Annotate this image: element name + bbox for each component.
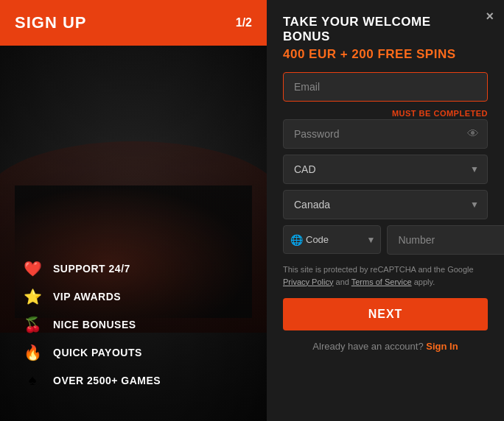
feature-support-label: SUPPORT 24/7 <box>53 263 130 275</box>
cherry-icon: 🍒 <box>22 316 43 333</box>
feature-vip: ⭐ VIP AWARDS <box>22 288 245 305</box>
country-field-group: Canada ▼ <box>283 190 488 219</box>
feature-support: ❤️ SUPPORT 24/7 <box>22 260 245 277</box>
currency-select-wrapper: CAD ▼ <box>283 155 488 184</box>
feature-games: ♠️ OVER 2500+ GAMES <box>22 372 245 389</box>
currency-select[interactable]: CAD <box>283 155 488 184</box>
fire-icon: 🔥 <box>22 344 43 361</box>
password-input[interactable] <box>283 119 488 149</box>
signup-title: SIGN UP <box>15 13 86 32</box>
recaptcha-text-part1: This site is protected by reCAPTCHA and … <box>283 265 474 274</box>
feature-games-label: OVER 2500+ GAMES <box>53 375 161 386</box>
close-button[interactable]: × <box>486 9 494 24</box>
step-indicator: 1/2 <box>236 16 252 29</box>
star-icon: ⭐ <box>22 288 43 305</box>
bonus-text: 400 EUR + 200 FREE SPINS <box>283 47 488 62</box>
country-select-wrapper: Canada ▼ <box>283 190 488 219</box>
feature-payouts-label: QUICK PAYOUTS <box>53 347 142 358</box>
country-select[interactable]: Canada <box>283 190 488 219</box>
already-account-text: Already have an account? <box>312 341 423 352</box>
left-panel: SIGN UP 1/2 ❤️ SUPPORT 24/7 ⭐ VIP AWARDS… <box>0 0 267 421</box>
feature-vip-label: VIP AWARDS <box>53 291 121 303</box>
privacy-policy-link[interactable]: Privacy Policy <box>283 277 333 286</box>
heart-icon: ❤️ <box>22 260 43 277</box>
recaptcha-notice: This site is protected by reCAPTCHA and … <box>283 263 488 288</box>
features-list: ❤️ SUPPORT 24/7 ⭐ VIP AWARDS 🍒 NICE BONU… <box>0 260 267 399</box>
already-account-row: Already have an account? Sign In <box>283 341 488 352</box>
terms-link[interactable]: Terms of Service <box>351 277 412 286</box>
right-panel: × TAKE YOUR WELCOME BONUS 400 EUR + 200 … <box>267 0 504 421</box>
welcome-title: TAKE YOUR WELCOME BONUS <box>283 15 488 44</box>
left-header: SIGN UP 1/2 <box>0 0 267 46</box>
feature-payouts: 🔥 QUICK PAYOUTS <box>22 344 245 361</box>
email-input[interactable] <box>283 72 488 102</box>
recaptcha-and: and <box>333 277 351 286</box>
email-error: MUST BE COMPLETED <box>283 109 488 118</box>
phone-row: 🌐 Code ▼ <box>283 225 488 255</box>
password-field-group: 👁 <box>283 119 488 149</box>
spade-icon: ♠️ <box>22 372 43 389</box>
next-button[interactable]: NEXT <box>283 298 488 330</box>
sign-in-link[interactable]: Sign In <box>426 341 458 352</box>
currency-field-group: CAD ▼ <box>283 155 488 184</box>
feature-bonuses: 🍒 NICE BONUSES <box>22 316 245 333</box>
phone-number-input[interactable] <box>387 225 504 255</box>
phone-code-wrapper: 🌐 Code ▼ <box>283 225 381 255</box>
show-password-icon[interactable]: 👁 <box>467 127 479 141</box>
globe-icon: 🌐 <box>290 234 303 246</box>
recaptcha-apply: apply. <box>412 277 435 286</box>
email-field-group <box>283 72 488 102</box>
feature-bonuses-label: NICE BONUSES <box>53 319 136 330</box>
